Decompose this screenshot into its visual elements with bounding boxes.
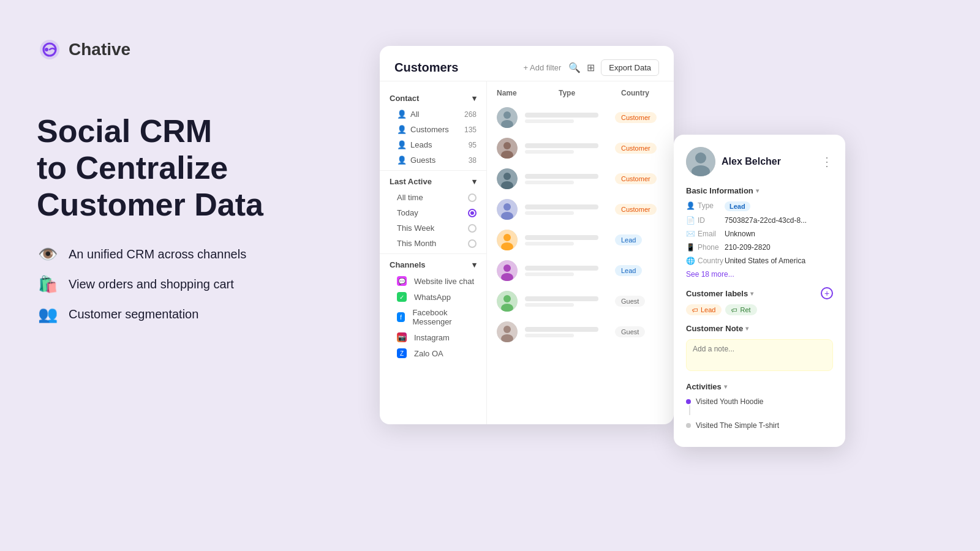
divider-1: [380, 170, 486, 171]
channels-header[interactable]: Channels ▾: [380, 257, 486, 273]
detail-avatar-name: Alex Belcher: [686, 147, 781, 176]
customer-name-block: [525, 235, 608, 246]
activity-dot-2: [686, 423, 691, 428]
header: Chative: [37, 37, 130, 62]
all-count: 268: [464, 110, 477, 119]
filter-this-week[interactable]: This Week: [380, 220, 486, 236]
this-month-radio[interactable]: [468, 239, 477, 248]
contact-chevron-icon: ▾: [472, 94, 477, 103]
email-value: Unknown: [725, 230, 833, 238]
status-badge: Customer: [615, 173, 657, 184]
detail-avatar: [686, 147, 715, 176]
header-type: Type: [559, 89, 614, 97]
id-value: 7503827a-22cd-43cd-8...: [725, 216, 833, 225]
name-bar-short: [525, 211, 574, 215]
filter-this-month[interactable]: This Month: [380, 236, 486, 251]
sidebar-item-customers[interactable]: 👤 Customers 135: [380, 122, 486, 137]
see-more-link[interactable]: See 18 more...: [686, 270, 833, 279]
crm-toolbar: + Add filter 🔍 ⊞ Export Data: [524, 59, 659, 76]
status-badge: Lead: [615, 234, 642, 246]
add-filter-button[interactable]: + Add filter: [524, 63, 562, 72]
label-lead[interactable]: 🏷 Lead: [686, 304, 722, 315]
email-icon: ✉️: [686, 230, 695, 238]
feature-text-2: View orders and shopping cart: [69, 277, 234, 291]
leads-icon: 👤: [397, 140, 407, 149]
table-row[interactable]: Customer: [487, 194, 674, 225]
name-bar-short: [525, 150, 574, 154]
customers-label: Customers: [410, 125, 449, 134]
person-icon: 👤: [686, 201, 695, 210]
labels-title: Customer labels ▾: [686, 289, 753, 298]
shopping-icon: 🛍️: [37, 275, 59, 294]
search-icon[interactable]: 🔍: [568, 62, 581, 73]
feature-item-3: 👥 Customer segmentation: [37, 305, 343, 324]
customer-name-block: [525, 266, 608, 276]
channel-whatsapp[interactable]: ✓ WhatsApp: [380, 289, 486, 305]
svg-point-11: [503, 173, 511, 180]
table-row[interactable]: Guest: [487, 286, 674, 317]
type-badge: Customer: [615, 143, 664, 154]
this-week-label: This Week: [397, 223, 434, 233]
svg-point-3: [45, 48, 48, 51]
hero-section: Social CRMto CentralizeCustomer Data 👁️ …: [37, 113, 343, 324]
sidebar-item-all[interactable]: 👤 All 268: [380, 107, 486, 122]
today-radio[interactable]: [468, 209, 477, 217]
all-label: All: [410, 110, 419, 119]
email-label: ✉️ Email: [686, 230, 720, 238]
instagram-icon: 📷: [397, 332, 407, 342]
type-value-badge: Lead: [725, 201, 750, 211]
feature-text-3: Customer segmentation: [69, 307, 198, 321]
table-row[interactable]: Guest: [487, 317, 674, 347]
activity-dot-1: [686, 399, 691, 404]
more-options-button[interactable]: ⋮: [821, 154, 833, 169]
filter-today[interactable]: Today: [380, 205, 486, 220]
label-ret[interactable]: 🏷 Ret: [725, 304, 756, 315]
table-row[interactable]: Customer: [487, 102, 674, 133]
last-active-header[interactable]: Last Active ▾: [380, 173, 486, 190]
table-row[interactable]: Customer: [487, 163, 674, 194]
divider-2: [380, 253, 486, 254]
feature-text-1: An unified CRM across channels: [69, 247, 246, 261]
svg-point-14: [503, 203, 511, 211]
label-tags: 🏷 Lead 🏷 Ret: [686, 304, 833, 315]
whatsapp-label: WhatsApp: [414, 293, 451, 302]
channel-zalo[interactable]: Z Zalo OA: [380, 345, 486, 361]
id-label: 📄 ID: [686, 216, 720, 225]
contact-section-header[interactable]: Contact ▾: [380, 90, 486, 107]
last-active-chevron-icon: ▾: [472, 177, 477, 186]
channel-facebook[interactable]: f Facebook Messenger: [380, 305, 486, 329]
this-week-radio[interactable]: [468, 224, 477, 233]
all-time-radio[interactable]: [468, 193, 477, 202]
sidebar-item-guests[interactable]: 👤 Guests 38: [380, 152, 486, 168]
livechat-label: Website live chat: [414, 277, 474, 286]
hero-features: 👁️ An unified CRM across channels 🛍️ Vie…: [37, 245, 343, 324]
avatar: [497, 138, 518, 159]
activity-text-1: Visited Youth Hoodie: [696, 397, 764, 406]
type-badge: Customer: [615, 112, 664, 123]
crm-body: Contact ▾ 👤 All 268 👤 Customers 135: [380, 81, 674, 424]
status-badge: Customer: [615, 112, 657, 123]
feature-item-2: 🛍️ View orders and shopping cart: [37, 275, 343, 294]
leads-label: Leads: [410, 140, 432, 149]
table-row[interactable]: Customer: [487, 133, 674, 163]
filter-all-time[interactable]: All time: [380, 190, 486, 205]
channels-chevron-icon: ▾: [472, 260, 477, 269]
sidebar-item-leads[interactable]: 👤 Leads 95: [380, 137, 486, 152]
name-bar: [525, 204, 598, 209]
add-label-button[interactable]: +: [821, 287, 833, 299]
table-row[interactable]: Lead: [487, 255, 674, 286]
detail-header: Alex Belcher ⋮: [686, 147, 833, 176]
eye-icon: 👁️: [37, 245, 59, 264]
channel-livechat[interactable]: 💬 Website live chat: [380, 273, 486, 289]
guests-label: Guests: [410, 156, 435, 165]
all-time-label: All time: [397, 193, 423, 202]
list-header: Name Type Country: [487, 89, 674, 102]
info-row-phone: 📱 Phone 210-209-2820: [686, 243, 833, 252]
type-badge: Lead: [615, 234, 664, 246]
channel-instagram[interactable]: 📷 Instagram: [380, 329, 486, 345]
note-textarea[interactable]: [686, 339, 833, 371]
name-bar: [525, 113, 598, 118]
export-data-button[interactable]: Export Data: [601, 59, 659, 76]
table-row[interactable]: Lead: [487, 225, 674, 255]
grid-icon[interactable]: ⊞: [587, 62, 595, 73]
